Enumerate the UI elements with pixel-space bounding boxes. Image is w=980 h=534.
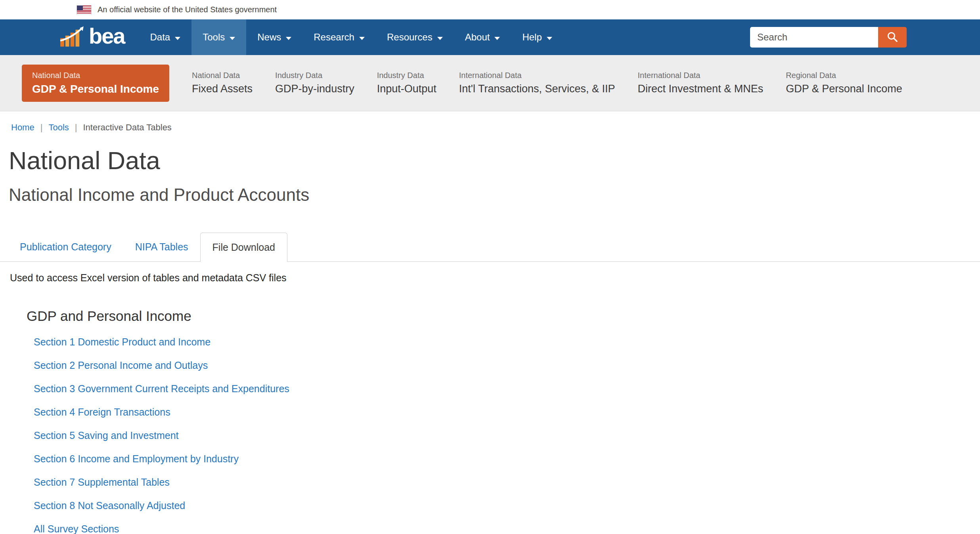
card-category: Industry Data [275,71,354,80]
link-section-7[interactable]: Section 7 Supplemental Tables [34,477,170,488]
card-title: GDP & Personal Income [786,83,902,95]
nav-item-news[interactable]: News [246,19,302,55]
nav-item-label: Resources [387,32,433,43]
link-section-1[interactable]: Section 1 Domestic Product and Income [34,336,211,347]
card-title: GDP & Personal Income [32,83,159,95]
tab-nipa-tables[interactable]: NIPA Tables [123,233,200,261]
card-title: Input-Output [377,83,436,95]
main-nav: bea Data Tools News Research Resources A… [0,19,980,55]
panel-description: Used to access Excel version of tables a… [10,272,980,284]
link-section-4[interactable]: Section 4 Foreign Transactions [34,406,170,418]
card-title: GDP-by-industry [275,83,354,95]
nav-item-data[interactable]: Data [139,19,192,55]
card-category: International Data [638,71,764,80]
list-item: Section 5 Saving and Investment [34,429,980,443]
subnav-card-regional-gdp[interactable]: Regional Data GDP & Personal Income [786,71,902,95]
sub-nav: National Data GDP & Personal Income Nati… [0,55,980,111]
nav-item-research[interactable]: Research [302,19,376,55]
gov-banner-text: An official website of the United States… [98,5,277,14]
subnav-card-fixed-assets[interactable]: National Data Fixed Assets [192,71,253,95]
list-item: Section 1 Domestic Product and Income [34,336,980,349]
subnav-card-input-output[interactable]: Industry Data Input-Output [377,71,436,95]
section-heading: GDP and Personal Income [27,308,980,324]
search-icon [886,31,898,44]
breadcrumb-separator: | [75,122,77,133]
link-all-survey-sections[interactable]: All Survey Sections [34,523,119,534]
caret-down-icon [230,37,235,40]
caret-down-icon [175,37,180,40]
us-flag-icon [77,6,91,14]
card-category: National Data [32,71,159,80]
caret-down-icon [437,37,443,40]
list-item: Section 7 Supplemental Tables [34,476,980,490]
bea-logo-text: bea [89,25,125,50]
card-category: Industry Data [377,71,436,80]
list-item: Section 4 Foreign Transactions [34,406,980,420]
caret-down-icon [359,37,365,40]
card-category: National Data [192,71,253,80]
file-download-panel: Used to access Excel version of tables a… [0,261,980,534]
nav-item-label: Help [522,32,542,43]
search-input[interactable] [750,27,878,48]
bea-logo-icon [59,25,85,49]
card-category: International Data [459,71,615,80]
caret-down-icon [547,37,552,40]
subnav-card-intl-transactions[interactable]: International Data Int'l Transactions, S… [459,71,615,95]
bea-logo[interactable]: bea [59,19,125,55]
gov-banner: An official website of the United States… [0,0,980,19]
breadcrumb-current: Interactive Data Tables [83,122,171,133]
card-title: Fixed Assets [192,83,253,95]
search-box [750,27,907,48]
subnav-card-direct-investment[interactable]: International Data Direct Investment & M… [638,71,764,95]
link-section-3[interactable]: Section 3 Government Current Receipts an… [34,383,289,394]
nav-item-help[interactable]: Help [511,19,563,55]
nav-item-label: News [257,32,281,43]
search-button[interactable] [878,27,907,48]
breadcrumb: Home | Tools | Interactive Data Tables [11,122,980,133]
subnav-card-gdp-by-industry[interactable]: Industry Data GDP-by-industry [275,71,354,95]
link-section-8[interactable]: Section 8 Not Seasonally Adjusted [34,500,185,511]
card-title: Int'l Transactions, Services, & IIP [459,83,615,95]
card-title: Direct Investment & MNEs [638,83,764,95]
list-item: All Survey Sections [34,523,980,534]
list-item: Section 2 Personal Income and Outlays [34,359,980,373]
link-section-5[interactable]: Section 5 Saving and Investment [34,430,179,441]
nav-item-about[interactable]: About [454,19,511,55]
nav-item-label: About [465,32,490,43]
list-item: Section 6 Income and Employment by Indus… [34,453,980,466]
caret-down-icon [286,37,291,40]
list-item: Section 8 Not Seasonally Adjusted [34,500,980,513]
link-section-2[interactable]: Section 2 Personal Income and Outlays [34,360,208,371]
nav-item-label: Data [150,32,170,43]
list-item: Section 3 Government Current Receipts an… [34,383,980,396]
breadcrumb-tools[interactable]: Tools [48,122,69,133]
page-subtitle: National Income and Product Accounts [9,185,980,205]
tabs: Publication Category NIPA Tables File Do… [0,233,980,261]
page-title: National Data [9,146,980,175]
tab-file-download[interactable]: File Download [200,233,287,262]
link-section-6[interactable]: Section 6 Income and Employment by Indus… [34,453,239,464]
breadcrumb-home[interactable]: Home [11,122,34,133]
section-links: Section 1 Domestic Product and Income Se… [34,336,980,534]
subnav-card-national-gdp[interactable]: National Data GDP & Personal Income [22,65,169,102]
breadcrumb-separator: | [40,122,43,133]
card-category: Regional Data [786,71,902,80]
nav-item-resources[interactable]: Resources [376,19,454,55]
tab-publication-category[interactable]: Publication Category [8,233,123,261]
nav-item-tools[interactable]: Tools [191,19,246,55]
nav-item-label: Research [314,32,354,43]
caret-down-icon [494,37,500,40]
nav-item-label: Tools [203,32,225,43]
nav-menu: Data Tools News Research Resources About… [139,19,563,55]
